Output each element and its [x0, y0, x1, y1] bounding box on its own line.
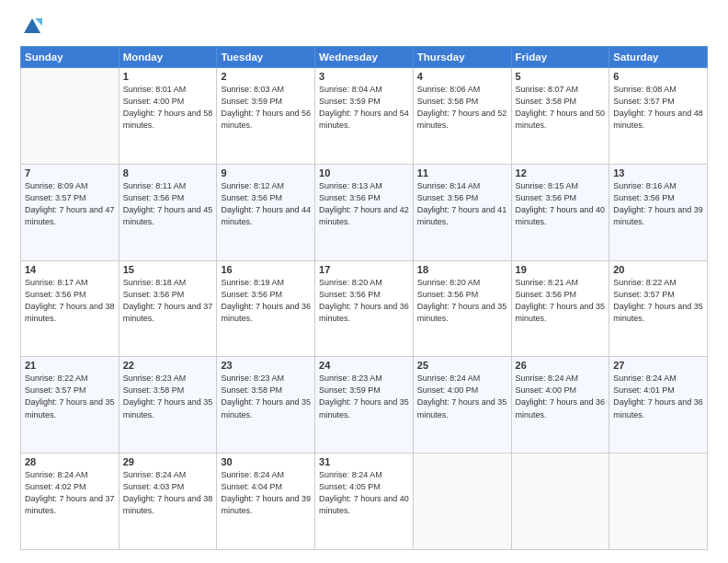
day-info: Sunrise: 8:20 AMSunset: 3:56 PMDaylight:…	[319, 277, 409, 325]
calendar-cell	[413, 454, 511, 550]
day-info: Sunrise: 8:11 AMSunset: 3:56 PMDaylight:…	[123, 180, 213, 228]
day-number: 8	[123, 167, 213, 178]
calendar-header-row: SundayMondayTuesdayWednesdayThursdayFrid…	[21, 47, 708, 68]
day-number: 22	[123, 360, 213, 371]
sunrise: Sunrise: 8:07 AM	[516, 85, 579, 94]
sunrise: Sunrise: 8:18 AM	[123, 278, 187, 287]
daylight: Daylight: 7 hours and 42 minutes.	[319, 205, 409, 226]
calendar-week-row: 14Sunrise: 8:17 AMSunset: 3:56 PMDayligh…	[21, 260, 708, 357]
day-number: 29	[123, 456, 213, 467]
day-number: 19	[516, 264, 606, 275]
sunset: Sunset: 4:01 PM	[613, 385, 675, 395]
daylight: Daylight: 7 hours and 38 minutes.	[25, 302, 115, 323]
sunset: Sunset: 4:00 PM	[417, 385, 479, 395]
calendar-week-row: 28Sunrise: 8:24 AMSunset: 4:02 PMDayligh…	[21, 454, 708, 550]
sunrise: Sunrise: 8:15 AM	[516, 181, 579, 190]
sunset: Sunset: 3:58 PM	[516, 97, 577, 106]
sunset: Sunset: 4:04 PM	[221, 482, 282, 491]
daylight: Daylight: 7 hours and 52 minutes.	[417, 109, 507, 130]
day-number: 13	[613, 167, 703, 178]
day-number: 1	[123, 71, 213, 82]
day-number: 3	[319, 71, 409, 82]
calendar-cell: 29Sunrise: 8:24 AMSunset: 4:03 PMDayligh…	[119, 454, 217, 550]
daylight: Daylight: 7 hours and 35 minutes.	[123, 397, 213, 419]
calendar-cell: 20Sunrise: 8:22 AMSunset: 3:57 PMDayligh…	[609, 260, 708, 357]
sunrise: Sunrise: 8:23 AM	[221, 373, 284, 383]
sunrise: Sunrise: 8:24 AM	[613, 373, 677, 383]
calendar-cell: 16Sunrise: 8:19 AMSunset: 3:56 PMDayligh…	[217, 260, 315, 357]
day-number: 11	[417, 167, 507, 178]
calendar-cell: 8Sunrise: 8:11 AMSunset: 3:56 PMDaylight…	[119, 164, 217, 260]
sunrise: Sunrise: 8:13 AM	[319, 181, 382, 190]
calendar-cell: 3Sunrise: 8:04 AMSunset: 3:59 PMDaylight…	[315, 68, 414, 165]
daylight: Daylight: 7 hours and 47 minutes.	[25, 205, 115, 226]
calendar-cell: 15Sunrise: 8:18 AMSunset: 3:56 PMDayligh…	[119, 260, 217, 357]
day-info: Sunrise: 8:23 AMSunset: 3:58 PMDaylight:…	[123, 373, 213, 420]
day-number: 31	[319, 456, 409, 467]
daylight: Daylight: 7 hours and 36 minutes.	[319, 302, 409, 323]
day-number: 7	[25, 167, 115, 178]
day-number: 17	[319, 264, 409, 275]
daylight: Daylight: 7 hours and 40 minutes.	[516, 205, 606, 226]
day-number: 10	[319, 167, 409, 178]
logo	[20, 17, 42, 37]
calendar-cell: 25Sunrise: 8:24 AMSunset: 4:00 PMDayligh…	[413, 357, 511, 454]
page: SundayMondayTuesdayWednesdayThursdayFrid…	[0, 0, 728, 563]
sunset: Sunset: 3:56 PM	[221, 193, 282, 202]
daylight: Daylight: 7 hours and 37 minutes.	[123, 302, 213, 323]
calendar-cell: 1Sunrise: 8:01 AMSunset: 4:00 PMDaylight…	[119, 68, 217, 165]
calendar-cell: 17Sunrise: 8:20 AMSunset: 3:56 PMDayligh…	[315, 260, 414, 357]
sunset: Sunset: 3:56 PM	[25, 290, 86, 299]
calendar-cell: 5Sunrise: 8:07 AMSunset: 3:58 PMDaylight…	[511, 68, 609, 165]
day-number: 24	[319, 360, 409, 371]
day-info: Sunrise: 8:21 AMSunset: 3:56 PMDaylight:…	[516, 277, 606, 325]
calendar-header-monday: Monday	[119, 47, 217, 68]
calendar-week-row: 21Sunrise: 8:22 AMSunset: 3:57 PMDayligh…	[21, 357, 708, 454]
sunrise: Sunrise: 8:08 AM	[613, 85, 677, 94]
daylight: Daylight: 7 hours and 36 minutes.	[221, 302, 311, 323]
calendar-cell: 14Sunrise: 8:17 AMSunset: 3:56 PMDayligh…	[21, 260, 119, 357]
calendar-week-row: 1Sunrise: 8:01 AMSunset: 4:00 PMDaylight…	[21, 68, 708, 165]
sunrise: Sunrise: 8:23 AM	[123, 373, 187, 383]
sunset: Sunset: 3:58 PM	[123, 385, 185, 395]
day-info: Sunrise: 8:09 AMSunset: 3:57 PMDaylight:…	[25, 180, 115, 228]
day-info: Sunrise: 8:24 AMSunset: 4:00 PMDaylight:…	[516, 373, 606, 420]
daylight: Daylight: 7 hours and 38 minutes.	[123, 494, 213, 515]
header	[20, 17, 708, 37]
daylight: Daylight: 7 hours and 50 minutes.	[516, 109, 606, 130]
day-info: Sunrise: 8:24 AMSunset: 4:04 PMDaylight:…	[221, 469, 311, 517]
day-number: 28	[25, 456, 115, 467]
daylight: Daylight: 7 hours and 39 minutes.	[221, 494, 311, 515]
daylight: Daylight: 7 hours and 37 minutes.	[25, 494, 115, 515]
sunrise: Sunrise: 8:24 AM	[123, 470, 187, 479]
day-info: Sunrise: 8:16 AMSunset: 3:56 PMDaylight:…	[613, 180, 703, 228]
sunset: Sunset: 3:56 PM	[417, 193, 479, 202]
sunrise: Sunrise: 8:24 AM	[319, 470, 382, 479]
day-info: Sunrise: 8:04 AMSunset: 3:59 PMDaylight:…	[319, 84, 409, 132]
calendar-header-wednesday: Wednesday	[315, 47, 414, 68]
sunset: Sunset: 3:57 PM	[613, 290, 675, 299]
day-info: Sunrise: 8:17 AMSunset: 3:56 PMDaylight:…	[25, 277, 115, 325]
day-number: 20	[613, 264, 703, 275]
day-info: Sunrise: 8:24 AMSunset: 4:00 PMDaylight:…	[417, 373, 507, 420]
sunset: Sunset: 3:58 PM	[417, 97, 479, 106]
calendar-cell: 23Sunrise: 8:23 AMSunset: 3:58 PMDayligh…	[217, 357, 315, 454]
logo-icon	[22, 17, 42, 37]
calendar-cell: 10Sunrise: 8:13 AMSunset: 3:56 PMDayligh…	[315, 164, 414, 260]
calendar-cell: 22Sunrise: 8:23 AMSunset: 3:58 PMDayligh…	[119, 357, 217, 454]
calendar-header-tuesday: Tuesday	[217, 47, 315, 68]
sunset: Sunset: 3:59 PM	[319, 97, 381, 106]
day-number: 5	[516, 71, 606, 82]
calendar-cell: 9Sunrise: 8:12 AMSunset: 3:56 PMDaylight…	[217, 164, 315, 260]
daylight: Daylight: 7 hours and 35 minutes.	[613, 302, 703, 323]
daylight: Daylight: 7 hours and 54 minutes.	[319, 109, 409, 130]
calendar-cell: 2Sunrise: 8:03 AMSunset: 3:59 PMDaylight…	[217, 68, 315, 165]
calendar-header-saturday: Saturday	[609, 47, 708, 68]
daylight: Daylight: 7 hours and 45 minutes.	[123, 205, 213, 226]
daylight: Daylight: 7 hours and 35 minutes.	[417, 302, 507, 323]
calendar-table: SundayMondayTuesdayWednesdayThursdayFrid…	[20, 46, 708, 550]
daylight: Daylight: 7 hours and 36 minutes.	[613, 397, 703, 419]
sunset: Sunset: 3:56 PM	[319, 193, 381, 202]
sunset: Sunset: 3:59 PM	[221, 97, 282, 106]
sunset: Sunset: 3:56 PM	[221, 290, 282, 299]
